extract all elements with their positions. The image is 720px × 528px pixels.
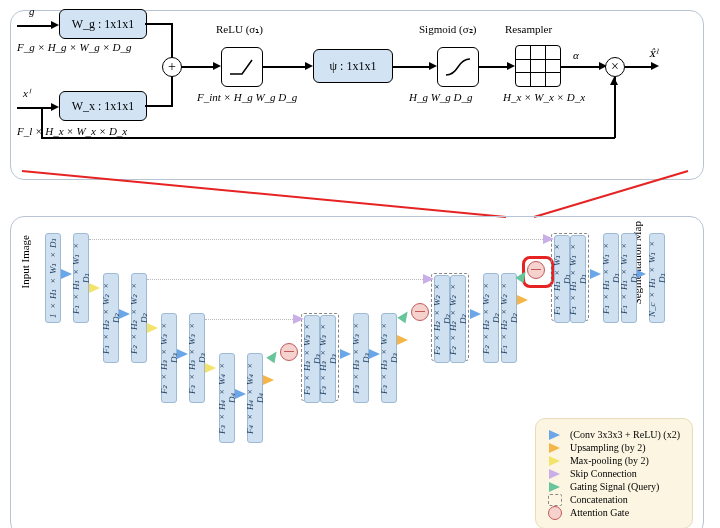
enc-block-5: F₃ × H₃ × W₃ × D₃ [189,313,205,403]
output-xhat-label: x̂ˡ [649,47,658,60]
legend-upsamp: Upsampling (by 2) [570,442,646,453]
sigmoid-label: Sigmoid (σ₂) [419,23,476,36]
psi-conv-box: ψ : 1x1x1 [313,49,393,83]
enc-block-6: F₃ × H₄ × W₄ × D₄ [219,353,235,443]
enc-block-7: F₄ × H₄ × W₄ × D₄ [247,353,263,443]
dec1-c: F₁ × H₁ × W₁ × D₁ [603,233,619,323]
resampler-label: Resampler [505,23,552,35]
dec2-c: F₂ × H₂ × W₂ × D₂ [483,273,499,363]
input-xl-label: xˡ [23,87,30,100]
dec2-d: F₁ × H₂ × W₂ × D₂ [501,273,517,363]
mul-op-icon: × [605,57,625,77]
legend-gate: Gating Signal (Query) [570,481,659,492]
legend-concat: Concatenation [570,494,628,505]
legend-skip: Skip Connection [570,468,637,479]
dec3-d: F₃ × H₃ × W₃ × D₃ [381,313,397,403]
dec1-d: F₁ × H₁ × W₁ × D₁ [621,233,637,323]
sum-op-icon: + [162,57,182,77]
input-image-label: Input Image [19,235,31,288]
dec3-c: F₃ × H₃ × W₃ × D₃ [353,313,369,403]
relu-box [221,47,263,87]
wg-conv-box: W_g : 1x1x1 [59,9,147,39]
enc-block-0: 1 × H₁ × W₁ × D₁ [45,233,61,323]
legend-maxpool: Max-pooling (by 2) [570,455,649,466]
fg-dims: F_g × H_g × W_g × D_g [17,41,132,53]
fl-dims: F_l × H_x × W_x × D_x [17,125,127,137]
fint-dims: F_int × H_g W_g D_g [197,91,297,103]
attention-gate-detail-panel: g W_g : 1x1x1 F_g × H_g × W_g × D_g xˡ W… [10,10,704,180]
wx-conv-box: W_x : 1x1x1 [59,91,147,121]
out-block: N_c × H₁ × W₁ × D₁ [649,233,665,323]
unet-architecture-panel: Input Image Segmentation Map 1 × H₁ × W₁… [10,216,704,528]
input-g-label: g [29,5,35,17]
legend-ag: Attention Gate [570,507,629,518]
enc-block-3: F₂ × H₂ × W₂ × D₂ [131,273,147,363]
sigmoid-box [437,47,479,87]
legend-conv: (Conv 3x3x3 + ReLU) (x2) [570,429,680,440]
dec2-b: F₂ × H₂ × W₂ × D₂ [450,275,466,363]
resampler-grid-icon [515,45,561,87]
legend-box: (Conv 3x3x3 + ReLU) (x2) Upsampling (by … [535,418,693,528]
dec3-b: F₃ × H₃ × W₃ × D₃ [320,315,336,403]
attention-gate-3 [280,343,298,361]
relu-label: ReLU (σ₁) [216,23,263,36]
hg-dims: H_g W_g D_g [409,91,473,103]
enc-block-1: F₁ × H₁ × W₁ × D₁ [73,233,89,323]
enc-block-4: F₂ × H₃ × W₃ × D₃ [161,313,177,403]
enc-block-2: F₁ × H₂ × W₂ × D₂ [103,273,119,363]
hx-dims: H_x × W_x × D_x [503,91,585,103]
attention-gate-2 [411,303,429,321]
dec1-b: F₁ × H₁ × W₁ × D₁ [570,235,586,323]
alpha-label: α [573,49,579,61]
